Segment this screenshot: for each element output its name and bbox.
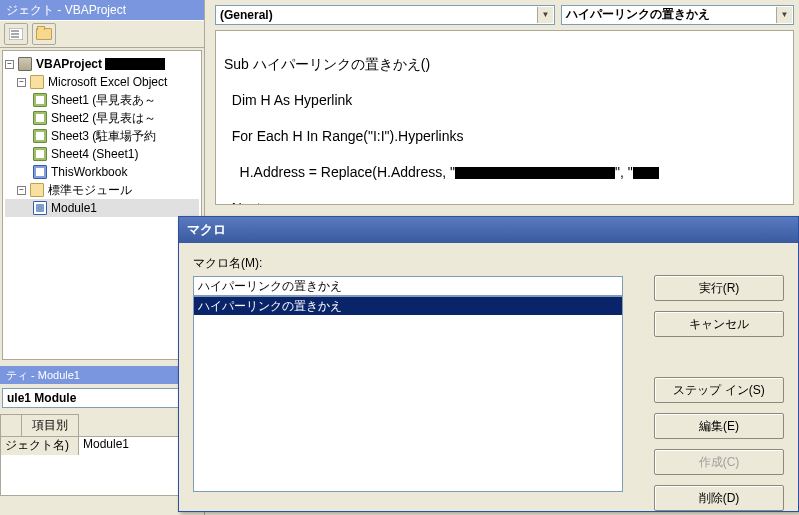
- properties-grid[interactable]: ジェクト名) Module1: [0, 436, 200, 496]
- project-root-label: VBAProject: [36, 57, 102, 71]
- property-name: ジェクト名): [1, 437, 79, 455]
- code-line: Dim H As Hyperlink: [224, 91, 785, 109]
- sheet-label: Sheet3 (駐車場予約: [51, 128, 156, 145]
- sheet-icon: [33, 129, 47, 143]
- code-line: Next: [224, 199, 785, 205]
- module-icon: [33, 201, 47, 215]
- workbook-icon: [33, 165, 47, 179]
- properties-tabs: 項目別: [0, 414, 200, 436]
- properties-object-name: ule1 Module: [7, 391, 76, 405]
- sheet-icon: [33, 111, 47, 125]
- macro-name-label: マクロ名(M):: [193, 255, 784, 272]
- code-pane: (General) ▼ ハイパーリンクの置きかえ ▼ Sub ハイパーリンクの置…: [210, 0, 799, 210]
- tree-sheet[interactable]: Sheet1 (早見表あ～: [5, 91, 199, 109]
- properties-object-select[interactable]: ule1 Module ▼: [0, 388, 200, 410]
- macro-list[interactable]: ハイパーリンクの置きかえ: [193, 296, 623, 492]
- chevron-down-icon[interactable]: ▼: [776, 7, 792, 23]
- redaction-block: [455, 167, 615, 179]
- sheet-icon: [33, 147, 47, 161]
- folder-icon: [36, 28, 52, 40]
- view-code-button[interactable]: [4, 23, 28, 45]
- dialog-button-column: 実行(R) キャンセル ステップ イン(S) 編集(E) 作成(C) 削除(D): [654, 275, 784, 511]
- dialog-body: マクロ名(M): ハイパーリンクの置きかえ 実行(R) キャンセル ステップ イ…: [179, 243, 798, 511]
- vba-project-icon: [18, 57, 32, 71]
- step-in-button[interactable]: ステップ イン(S): [654, 377, 784, 403]
- project-explorer-title: ジェクト - VBAProject: [0, 0, 204, 20]
- folder-label: 標準モジュール: [48, 182, 132, 199]
- cancel-button[interactable]: キャンセル: [654, 311, 784, 337]
- dialog-title: マクロ: [179, 217, 798, 243]
- redaction-block: [633, 167, 659, 179]
- workbook-label: ThisWorkbook: [51, 165, 127, 179]
- tree-sheet[interactable]: Sheet2 (早見表は～: [5, 109, 199, 127]
- object-dropdown-value: (General): [220, 8, 273, 22]
- folder-excel-objects[interactable]: − Microsoft Excel Object: [5, 73, 199, 91]
- chevron-down-icon[interactable]: ▼: [537, 7, 553, 23]
- minus-icon[interactable]: −: [5, 60, 14, 69]
- folder-icon: [30, 75, 44, 89]
- property-row[interactable]: ジェクト名) Module1: [1, 437, 199, 455]
- view-object-button[interactable]: [32, 23, 56, 45]
- procedure-dropdown[interactable]: ハイパーリンクの置きかえ ▼: [561, 5, 794, 25]
- procedure-dropdown-value: ハイパーリンクの置きかえ: [566, 6, 710, 23]
- module-label: Module1: [51, 201, 97, 215]
- tab-alphabetic[interactable]: [0, 414, 22, 436]
- project-tree[interactable]: − VBAProject − Microsoft Excel Object Sh…: [2, 50, 202, 360]
- sheet-label: Sheet4 (Sheet1): [51, 147, 138, 161]
- delete-button[interactable]: 削除(D): [654, 485, 784, 511]
- code-line: Sub ハイパーリンクの置きかえ(): [224, 55, 785, 73]
- sheet-label: Sheet2 (早見表は～: [51, 110, 156, 127]
- create-button: 作成(C): [654, 449, 784, 475]
- tree-workbook[interactable]: ThisWorkbook: [5, 163, 199, 181]
- macro-name-input[interactable]: [193, 276, 623, 296]
- properties-title: ティ - Module1: [0, 366, 200, 384]
- run-button[interactable]: 実行(R): [654, 275, 784, 301]
- minus-icon[interactable]: −: [17, 186, 26, 195]
- object-dropdown[interactable]: (General) ▼: [215, 5, 555, 25]
- sheet-label: Sheet1 (早見表あ～: [51, 92, 156, 109]
- tab-categorized[interactable]: 項目別: [21, 414, 79, 436]
- tree-sheet[interactable]: Sheet3 (駐車場予約: [5, 127, 199, 145]
- code-editor[interactable]: Sub ハイパーリンクの置きかえ() Dim H As Hyperlink Fo…: [215, 30, 794, 205]
- minus-icon[interactable]: −: [17, 78, 26, 87]
- macro-list-item[interactable]: ハイパーリンクの置きかえ: [194, 297, 622, 315]
- folder-label: Microsoft Excel Object: [48, 75, 167, 89]
- sheet-icon: [33, 93, 47, 107]
- edit-button[interactable]: 編集(E): [654, 413, 784, 439]
- tree-module[interactable]: Module1: [5, 199, 199, 217]
- folder-modules[interactable]: − 標準モジュール: [5, 181, 199, 199]
- project-toolbar: [0, 20, 204, 48]
- tree-sheet[interactable]: Sheet4 (Sheet1): [5, 145, 199, 163]
- redaction-block: [105, 58, 165, 70]
- project-root[interactable]: − VBAProject: [5, 55, 199, 73]
- code-line: H.Address = Replace(H.Address, "", ": [224, 163, 785, 181]
- code-dropdown-bar: (General) ▼ ハイパーリンクの置きかえ ▼: [210, 0, 799, 26]
- macro-dialog: マクロ マクロ名(M): ハイパーリンクの置きかえ 実行(R) キャンセル ステ…: [178, 216, 799, 512]
- code-line: For Each H In Range("I:I").Hyperlinks: [224, 127, 785, 145]
- folder-icon: [30, 183, 44, 197]
